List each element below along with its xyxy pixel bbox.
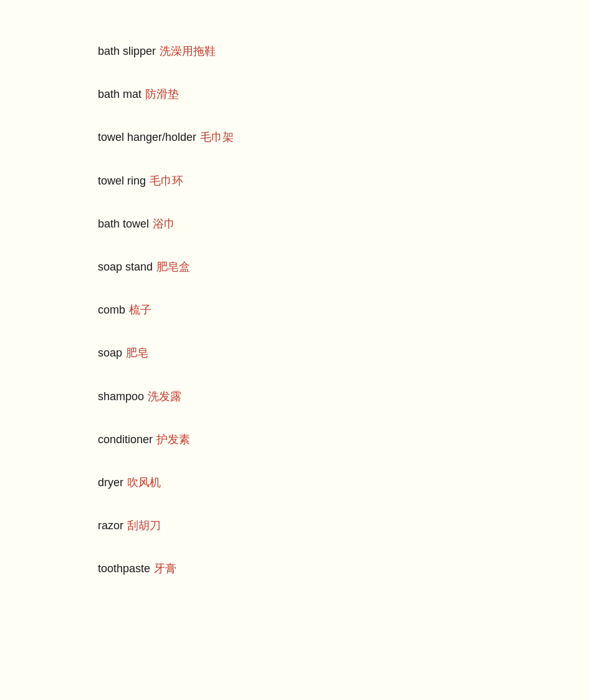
- list-item: bath mat 防滑垫: [98, 87, 589, 102]
- english-term: conditioner: [98, 432, 153, 448]
- list-item: shampoo 洗发露: [98, 389, 589, 405]
- list-item: toothpaste 牙膏: [98, 561, 589, 577]
- chinese-term: 洗澡用拖鞋: [160, 44, 216, 59]
- list-item: towel hanger/holder 毛巾架: [98, 130, 589, 145]
- list-item: comb 梳子: [98, 302, 589, 318]
- english-term: toothpaste: [98, 561, 150, 577]
- list-item: conditioner 护发素: [98, 432, 589, 448]
- list-item: bath slipper 洗澡用拖鞋: [98, 44, 589, 59]
- chinese-term: 浴巾: [153, 216, 175, 232]
- chinese-term: 梳子: [129, 302, 151, 318]
- list-item: bath towel 浴巾: [98, 216, 589, 232]
- list-item: dryer 吹风机: [98, 475, 589, 491]
- english-term: towel hanger/holder: [98, 130, 196, 145]
- english-term: soap: [98, 345, 122, 361]
- chinese-term: 洗发露: [148, 389, 181, 405]
- english-term: razor: [98, 518, 123, 534]
- chinese-term: 肥皂: [126, 345, 148, 361]
- english-term: soap stand: [98, 259, 153, 275]
- chinese-term: 牙膏: [154, 561, 176, 577]
- english-term: comb: [98, 302, 125, 318]
- chinese-term: 刮胡刀: [127, 518, 161, 534]
- list-item: soap stand 肥皂盒: [98, 259, 589, 275]
- english-term: shampoo: [98, 389, 144, 405]
- list-item: towel ring 毛巾环: [98, 173, 589, 189]
- chinese-term: 毛巾环: [150, 173, 183, 189]
- english-term: bath mat: [98, 87, 141, 102]
- english-term: towel ring: [98, 173, 146, 189]
- vocabulary-list: bath slipper 洗澡用拖鞋bath mat 防滑垫towel hang…: [0, 44, 589, 604]
- chinese-term: 肥皂盒: [156, 259, 190, 275]
- english-term: dryer: [98, 475, 123, 491]
- chinese-term: 吹风机: [127, 475, 161, 491]
- chinese-term: 防滑垫: [145, 87, 179, 102]
- english-term: bath towel: [98, 216, 149, 232]
- english-term: bath slipper: [98, 44, 156, 59]
- list-item: razor 刮胡刀: [98, 518, 589, 534]
- chinese-term: 护发素: [156, 432, 190, 448]
- chinese-term: 毛巾架: [200, 130, 234, 145]
- list-item: soap 肥皂: [98, 345, 589, 361]
